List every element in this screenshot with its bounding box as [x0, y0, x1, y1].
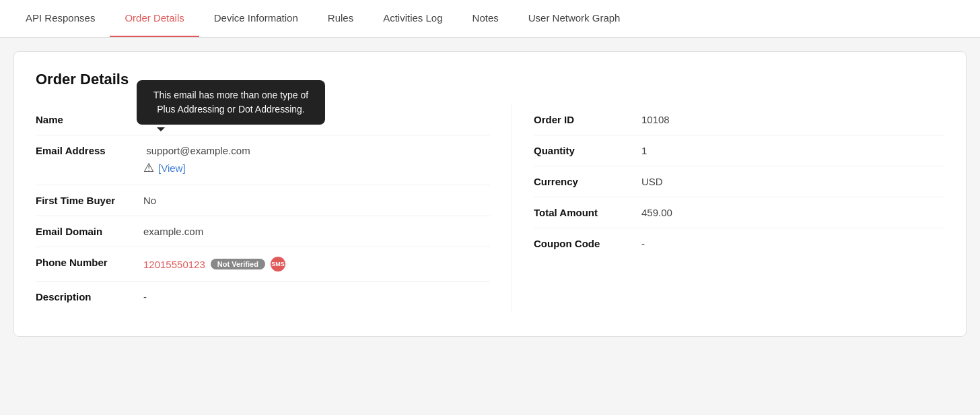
value-phone-number: 12015550123 Not Verified SMS: [143, 257, 285, 272]
view-link[interactable]: [View]: [158, 162, 186, 174]
email-address-text: This email has more than one type of Plu…: [143, 145, 250, 156]
field-phone-number: Phone Number 12015550123 Not Verified SM…: [36, 247, 490, 282]
value-currency: USD: [641, 176, 663, 187]
label-currency: Currency: [534, 176, 641, 187]
value-description: -: [143, 291, 147, 302]
label-total-amount: Total Amount: [534, 207, 641, 218]
email-value-text: support@example.com: [146, 145, 250, 156]
field-first-time-buyer: First Time Buyer No: [36, 185, 490, 216]
field-total-amount: Total Amount 459.00: [534, 197, 944, 228]
tab-activities-log[interactable]: Activities Log: [368, 0, 457, 37]
value-email-domain: example.com: [143, 226, 203, 237]
field-quantity: Quantity 1: [534, 135, 944, 166]
field-currency: Currency USD: [534, 166, 944, 197]
tab-user-network-graph[interactable]: User Network Graph: [514, 0, 635, 37]
field-email-domain: Email Domain example.com: [36, 216, 490, 247]
label-first-time-buyer: First Time Buyer: [36, 195, 143, 206]
field-description: Description -: [36, 282, 490, 312]
content-area: Order Details Name John Doe Email Addres…: [0, 38, 980, 350]
label-name: Name: [36, 114, 143, 125]
fields-grid: Name John Doe Email Address This email h…: [36, 104, 944, 312]
value-email: This email has more than one type of Plu…: [143, 145, 250, 175]
value-quantity: 1: [641, 145, 647, 156]
field-order-id: Order ID 10108: [534, 104, 944, 135]
field-coupon-code: Coupon Code -: [534, 228, 944, 259]
phone-number-text: 12015550123: [143, 259, 205, 270]
tab-rules[interactable]: Rules: [313, 0, 368, 37]
warning-icon: ⚠: [143, 160, 154, 175]
email-warning-row: ⚠ [View]: [143, 160, 250, 175]
value-first-time-buyer: No: [143, 195, 156, 206]
left-column: Name John Doe Email Address This email h…: [36, 104, 490, 312]
tab-device-information[interactable]: Device Information: [199, 0, 313, 37]
label-order-id: Order ID: [534, 114, 641, 125]
label-email: Email Address: [36, 145, 143, 156]
value-coupon-code: -: [641, 238, 645, 249]
label-quantity: Quantity: [534, 145, 641, 156]
not-verified-badge: Not Verified: [211, 259, 265, 269]
label-email-domain: Email Domain: [36, 226, 143, 237]
order-details-card: Order Details Name John Doe Email Addres…: [13, 51, 967, 337]
tooltip-box: This email has more than one type of Plu…: [137, 80, 325, 125]
label-description: Description: [36, 291, 143, 302]
right-column: Order ID 10108 Quantity 1 Currency USD: [534, 104, 944, 312]
value-order-id: 10108: [641, 114, 670, 125]
tab-api-responses[interactable]: API Responses: [11, 0, 110, 37]
field-email: Email Address This email has more than o…: [36, 135, 490, 185]
tab-notes[interactable]: Notes: [458, 0, 514, 37]
value-total-amount: 459.00: [641, 207, 672, 218]
email-wrapper: This email has more than one type of Plu…: [143, 145, 250, 175]
sms-icon: SMS: [271, 257, 285, 272]
label-phone-number: Phone Number: [36, 257, 143, 268]
columns-right-wrapper: Order ID 10108 Quantity 1 Currency USD: [490, 104, 944, 312]
tab-order-details[interactable]: Order Details: [110, 0, 199, 37]
label-coupon-code: Coupon Code: [534, 238, 641, 249]
tabs-bar: API Responses Order Details Device Infor…: [0, 0, 980, 38]
column-divider: [512, 104, 512, 312]
